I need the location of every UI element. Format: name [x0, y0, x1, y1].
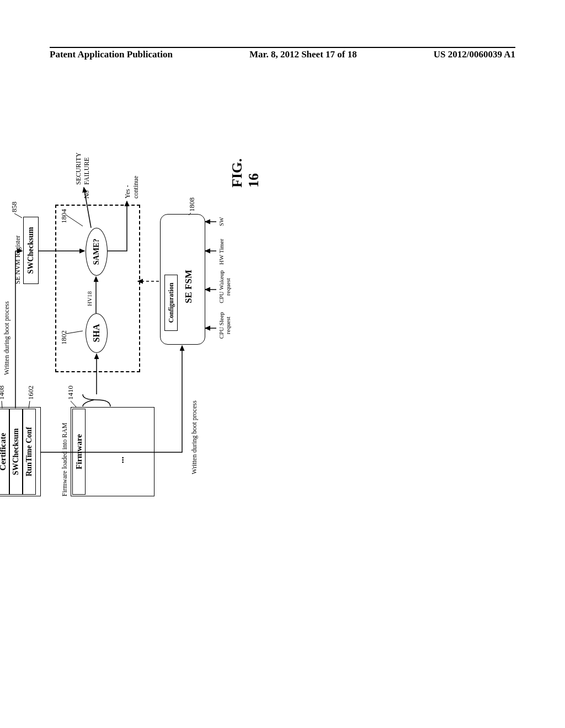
ref-1410: 1410: [66, 386, 75, 400]
certificate-box: Certificate: [0, 409, 9, 495]
ref-1804: 1804: [60, 209, 68, 223]
ref-1808: 1808: [188, 197, 196, 212]
ref-1802: 1802: [60, 330, 68, 345]
sw-label: SW: [218, 217, 225, 227]
swchecksum-reg-box: SWChecksum: [23, 217, 39, 284]
configuration-box: Configuration: [164, 275, 178, 331]
sha-oval: SHA: [86, 313, 108, 353]
ref-1408: 1408: [0, 386, 6, 400]
swchecksum-cert-box: SWChecksum: [9, 409, 23, 495]
hv18-label: HV18: [86, 291, 93, 306]
figure-label: FIG. 16: [229, 158, 262, 188]
header-center: Mar. 8, 2012 Sheet 17 of 18: [249, 49, 357, 60]
firmware-box: Firmware: [72, 409, 86, 495]
yes-continue-label: Yes - continue: [124, 176, 140, 199]
runtime-conf-box: RunTime Conf: [23, 409, 36, 495]
se-fsm-label: SE FSM: [183, 270, 194, 303]
security-failure-label: SECURITY FAILURE: [74, 153, 91, 185]
hw-timer-label: HW Timer: [218, 239, 225, 265]
se-nvm-register-label: SE NVM Register: [14, 235, 22, 284]
cpu-wakeup-label: CPU Wakeup request: [218, 267, 231, 306]
same-oval: SAME?: [86, 228, 108, 276]
firmware-dots: ...: [116, 457, 126, 463]
svg-line-3: [71, 401, 76, 407]
page-header: Patent Application Publication Mar. 8, 2…: [50, 47, 515, 60]
fw-loaded-label: Firmware loaded into RAM: [61, 422, 69, 496]
written-boot-left: Written during boot process: [190, 400, 199, 474]
cpu-sleep-label: CPU Sleep request: [218, 309, 231, 342]
ref-1602: 1602: [26, 386, 35, 400]
svg-line-4: [14, 213, 22, 218]
written-boot-top: Written during boot process: [3, 301, 11, 375]
header-left: Patent Application Publication: [50, 49, 173, 60]
no-label: No: [83, 190, 91, 199]
ref-858: 858: [10, 202, 19, 213]
header-right: US 2012/0060039 A1: [434, 49, 515, 60]
diagram: Certificate SWChecksum RunTime Conf Cert…: [0, 232, 370, 496]
